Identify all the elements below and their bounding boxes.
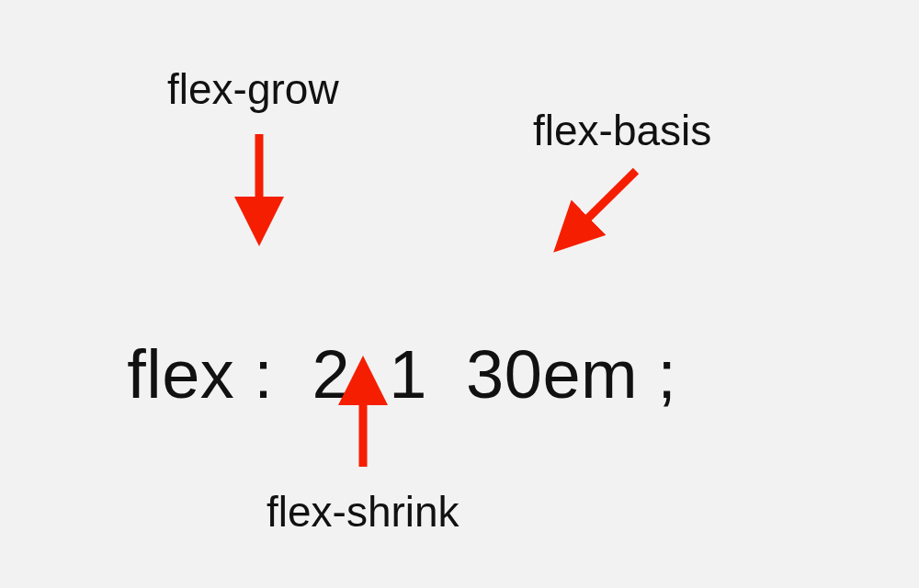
- token-grow: 2: [312, 336, 351, 413]
- token-property: flex: [127, 336, 234, 413]
- arrow-basis-icon: [565, 171, 636, 241]
- code-line: flex : 2 1 30em ;: [88, 257, 676, 413]
- label-flex-basis: flex-basis: [533, 106, 711, 155]
- token-colon: :: [254, 336, 273, 413]
- token-terminator: ;: [657, 336, 676, 413]
- label-flex-shrink: flex-shrink: [267, 487, 460, 537]
- token-shrink: 1: [389, 336, 427, 413]
- token-basis: 30em: [466, 336, 638, 413]
- label-flex-grow: flex-grow: [167, 64, 339, 114]
